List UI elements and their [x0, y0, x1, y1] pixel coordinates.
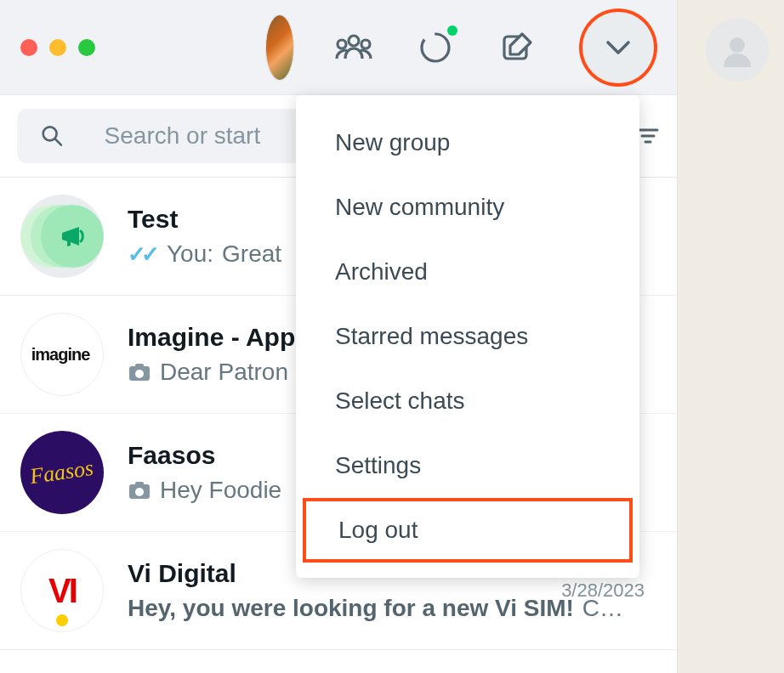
window-close-button[interactable]: [20, 39, 37, 56]
window-fullscreen-button[interactable]: [78, 39, 95, 56]
svg-rect-14: [135, 482, 144, 486]
svg-point-2: [361, 40, 370, 48]
options-menu: New group New community Archived Starred…: [296, 95, 639, 578]
menu-item-archived[interactable]: Archived: [296, 240, 639, 304]
megaphone-icon: [57, 221, 88, 252]
menu-item-log-out[interactable]: Log out: [303, 498, 633, 563]
status-indicator-dot: [447, 25, 457, 36]
window-minimize-button[interactable]: [49, 39, 66, 56]
new-chat-icon[interactable]: [498, 29, 536, 66]
svg-rect-11: [135, 364, 144, 368]
window-controls: [20, 39, 95, 56]
contact-avatar-placeholder[interactable]: [706, 19, 769, 82]
svg-point-1: [338, 40, 346, 48]
svg-point-16: [730, 37, 745, 53]
svg-point-0: [349, 36, 359, 46]
chat-sidebar: Test ✓✓ You: Great imagine Imagine - App…: [0, 0, 677, 673]
svg-point-3: [422, 34, 449, 61]
menu-item-new-group[interactable]: New group: [296, 110, 639, 175]
menu-item-select-chats[interactable]: Select chats: [296, 369, 639, 433]
chat-date: 3/28/2023: [561, 580, 645, 602]
profile-avatar[interactable]: [265, 14, 294, 81]
chevron-down-icon: [605, 39, 631, 56]
status-icon[interactable]: [417, 29, 454, 66]
camera-icon: [128, 480, 151, 501]
camera-icon: [128, 362, 151, 382]
menu-item-settings[interactable]: Settings: [296, 433, 639, 498]
chat-avatar: [20, 195, 104, 278]
person-icon: [719, 31, 756, 69]
chat-avatar: Faasos: [20, 431, 104, 514]
header-bar: [0, 0, 677, 95]
chat-avatar: imagine: [20, 313, 104, 396]
svg-point-12: [135, 370, 144, 378]
search-icon: [41, 123, 64, 149]
chat-filter-icon[interactable]: [636, 124, 660, 148]
svg-line-6: [55, 139, 61, 145]
header-icon-group: [335, 9, 656, 86]
svg-point-15: [135, 488, 144, 496]
menu-item-new-community[interactable]: New community: [296, 175, 639, 240]
menu-item-starred-messages[interactable]: Starred messages: [296, 304, 639, 369]
chat-panel: [677, 0, 784, 673]
communities-icon[interactable]: [335, 29, 372, 66]
read-receipt-icon: ✓✓: [128, 241, 155, 268]
chat-avatar: VI: [20, 549, 104, 632]
menu-button[interactable]: [580, 9, 656, 86]
